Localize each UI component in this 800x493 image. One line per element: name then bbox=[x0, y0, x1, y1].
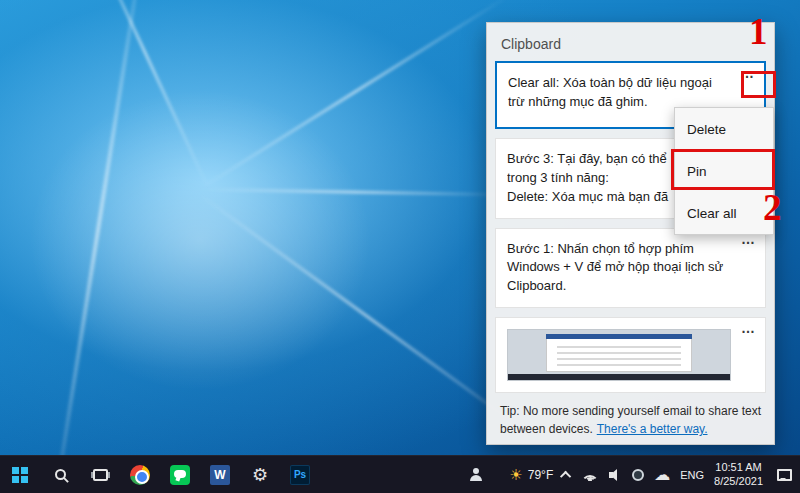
sun-icon: ☀ bbox=[509, 467, 522, 482]
chrome-icon bbox=[130, 465, 150, 485]
menu-item-delete[interactable]: Delete bbox=[675, 108, 773, 150]
line-app-button[interactable] bbox=[160, 456, 200, 493]
weather-temp: 79°F bbox=[528, 468, 553, 482]
language-indicator[interactable]: ENG bbox=[680, 469, 704, 481]
photoshop-icon: Ps bbox=[290, 465, 310, 485]
speaker-icon[interactable] bbox=[609, 469, 622, 481]
windows-logo-icon bbox=[12, 467, 28, 483]
search-button[interactable] bbox=[40, 456, 80, 493]
chrome-button[interactable] bbox=[120, 456, 160, 493]
wallpaper-beam bbox=[201, 0, 508, 189]
system-tray: ☀ 79°F ☁ ENG 10:51 AM 8/25/2021 bbox=[469, 461, 800, 489]
thumbnail-taskbar bbox=[508, 374, 730, 380]
start-button[interactable] bbox=[0, 456, 40, 493]
clipboard-title: Clipboard bbox=[487, 23, 774, 61]
task-view-button[interactable] bbox=[80, 456, 120, 493]
action-center-icon[interactable] bbox=[777, 469, 792, 481]
clipboard-item-3-text: Bước 1: Nhấn chọn tổ hợp phím Windows + … bbox=[507, 240, 731, 297]
clipboard-image-thumbnail bbox=[507, 329, 731, 381]
item-options-button[interactable]: … bbox=[741, 319, 756, 339]
photoshop-button[interactable]: Ps bbox=[280, 456, 320, 493]
people-icon[interactable] bbox=[469, 468, 483, 481]
tip-link[interactable]: There's a better way. bbox=[597, 422, 708, 436]
thumbnail-ribbon bbox=[546, 334, 693, 339]
line-app-icon bbox=[170, 465, 190, 485]
wifi-icon[interactable] bbox=[581, 468, 599, 481]
clipboard-item-4-image[interactable]: … bbox=[495, 317, 766, 393]
gear-icon: ⚙ bbox=[252, 466, 268, 484]
thumbnail-text-lines bbox=[557, 346, 681, 368]
annotation-number-1: 1 bbox=[749, 13, 768, 50]
menu-item-clear-all[interactable]: Clear all bbox=[675, 192, 773, 234]
settings-button[interactable]: ⚙ bbox=[240, 456, 280, 493]
task-view-icon bbox=[93, 469, 108, 481]
screen: Clipboard Clear all: Xóa toàn bộ dữ liệu… bbox=[0, 0, 800, 493]
onedrive-cloud-icon[interactable]: ☁ bbox=[654, 467, 670, 483]
chevron-up-icon[interactable] bbox=[560, 470, 571, 481]
word-icon: W bbox=[210, 465, 230, 485]
search-icon bbox=[55, 469, 66, 480]
clock-time: 10:51 AM bbox=[715, 461, 761, 475]
annotation-number-2: 2 bbox=[763, 189, 782, 226]
clipboard-tip: Tip: No more sending yourself email to s… bbox=[487, 402, 774, 450]
weather-widget[interactable]: ☀ 79°F bbox=[509, 467, 553, 482]
annotation-box-pin bbox=[671, 149, 775, 190]
word-button[interactable]: W bbox=[200, 456, 240, 493]
taskbar: W ⚙ Ps ☀ 79°F ☁ ENG 10:51 AM 8/25/2021 bbox=[0, 455, 800, 493]
clock-date: 8/25/2021 bbox=[714, 475, 763, 489]
taskbar-clock[interactable]: 10:51 AM 8/25/2021 bbox=[714, 461, 763, 489]
clipboard-item-3[interactable]: Bước 1: Nhấn chọn tổ hợp phím Windows + … bbox=[495, 228, 766, 309]
tray-app-icon[interactable] bbox=[632, 469, 644, 481]
annotation-box-options bbox=[741, 71, 776, 98]
